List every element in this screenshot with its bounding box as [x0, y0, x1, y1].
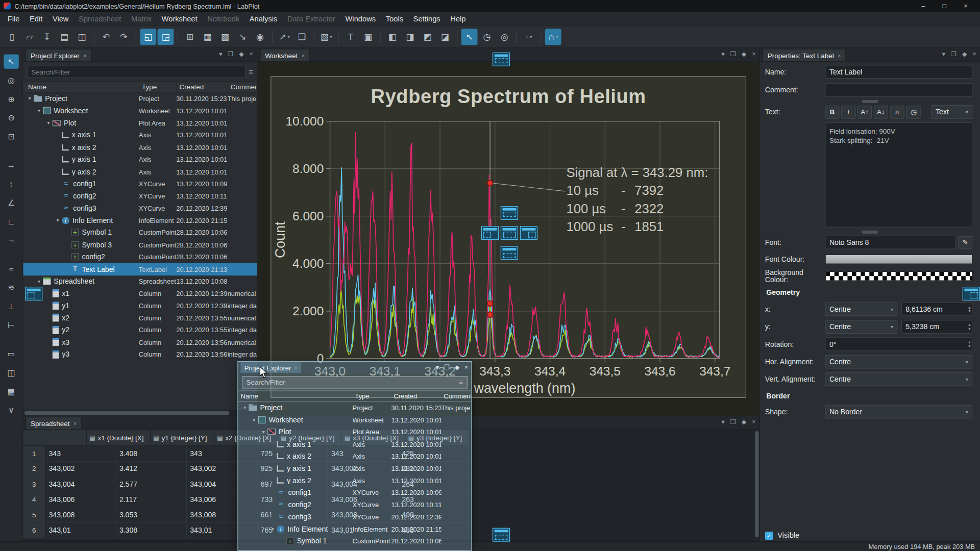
scrollbar-thumb[interactable]	[24, 411, 230, 415]
cell[interactable]: 3.053	[116, 508, 187, 522]
redo-button[interactable]: ↷	[116, 29, 132, 45]
tree-row-symbol-3[interactable]: Symbol 3CustomPoint28.12.2020 10:06	[23, 239, 257, 251]
x-offset-spinbox[interactable]: 8,61136 cm ▴▾	[901, 303, 973, 316]
cell[interactable]: 3.412	[116, 461, 187, 476]
search-input[interactable]	[27, 65, 246, 78]
tree-row-plot[interactable]: ▾PlotPlot Area13.12.2020 10:01	[238, 426, 472, 438]
pan-vertical-tool-button[interactable]: ↕	[4, 177, 18, 191]
dock-menu-icon[interactable]: ▾	[722, 51, 725, 57]
export-button[interactable]: ↗▾	[276, 29, 292, 45]
expander-icon[interactable]: ▾	[250, 417, 258, 422]
column-header-type[interactable]: Type	[139, 82, 176, 92]
cell[interactable]: 3.408	[116, 446, 187, 461]
filter-icon[interactable]: ≡	[249, 67, 253, 76]
tree-row-spreadsheet[interactable]: ▾SpreadsheetSpreadsheet13.12.2020 10:08	[23, 275, 257, 287]
grid-tool-button[interactable]: ▦	[4, 384, 18, 398]
spinner-arrows[interactable]: ▴▾	[968, 306, 970, 313]
crosshair-tool-button[interactable]: ◎	[496, 29, 512, 45]
tree-row-info-element[interactable]: ▾Info ElementInfoElement20.12.2020 21:15	[23, 214, 257, 227]
row-header[interactable]: 5	[23, 508, 45, 522]
tree-row-config3[interactable]: config3XYCurve20.12.2020 12:39	[23, 202, 257, 214]
new-matrix-button[interactable]: ▩	[217, 29, 233, 45]
crosshair-tool-button[interactable]: ◎	[4, 73, 18, 87]
spin-down-icon[interactable]: ▾	[968, 309, 970, 313]
dock-float-icon[interactable]: ❐	[444, 364, 450, 370]
dock-pin-icon[interactable]: ◆	[742, 418, 746, 425]
cell[interactable]: 343,004	[45, 477, 116, 492]
font-colour-swatch[interactable]	[825, 254, 972, 264]
new-project-button[interactable]: ▯	[4, 29, 20, 45]
axis-corner-tool-button[interactable]: ∟	[4, 214, 18, 229]
new-spreadsheet-button[interactable]: ▦	[200, 29, 216, 45]
spinner-arrows[interactable]: ▴▾	[968, 323, 970, 331]
expander-icon[interactable]: ▾	[26, 96, 34, 102]
tree-row-x2[interactable]: x2Column20.12.2020 13:55numerical	[23, 312, 257, 324]
hor-alignment-combo[interactable]: Centre▾	[825, 355, 972, 369]
save-project-button[interactable]: ↧	[39, 29, 55, 45]
row-header[interactable]: 1	[23, 446, 45, 461]
curves-tool-button[interactable]: ≋	[4, 281, 18, 295]
tree-row-config2[interactable]: config2XYCurve13.12.2020 10:11	[23, 190, 257, 202]
cell[interactable]: 2.577	[116, 477, 187, 492]
tree-row-x3[interactable]: x3Column20.12.2020 13:56numerical	[23, 336, 257, 348]
column-header-name[interactable]: Name	[23, 82, 139, 92]
menu-analysis[interactable]: Analysis	[244, 12, 282, 25]
color-theme-button[interactable]: ◉	[252, 29, 268, 45]
zoom-in-tool-button[interactable]: ⊕	[4, 92, 18, 106]
more-tools-button[interactable]: ∨	[4, 403, 18, 417]
menu-settings[interactable]: Settings	[408, 12, 446, 25]
spin-down-icon[interactable]: ▾	[968, 327, 970, 330]
print-preview-button[interactable]: ◫	[74, 29, 90, 45]
baseline-tool-button[interactable]: ⊢	[4, 318, 18, 332]
vertical-layout-button[interactable]: ◧	[384, 29, 401, 45]
datetime-button[interactable]: ◷	[906, 105, 921, 118]
tree-row-y-axis-2[interactable]: y axis 2Axis13.12.2020 10:01	[238, 474, 472, 487]
new-worksheet-button[interactable]: ⊞	[182, 29, 198, 45]
dock-menu-icon[interactable]: ▾	[219, 51, 222, 57]
x-position-combo[interactable]: Centre▾	[825, 303, 897, 316]
info-element-annotation[interactable]: Signal at λ = 343.29 nm: 10 µs-7392100 µ…	[566, 163, 708, 236]
italic-button[interactable]: I	[841, 105, 855, 118]
tree-row-y-axis-1[interactable]: y axis 1Axis13.12.2020 10:01	[23, 154, 257, 166]
zoom-fit-tool-button[interactable]: ⊡	[4, 129, 18, 143]
fit-selection-button[interactable]: ◲	[158, 29, 174, 45]
fit-page-button[interactable]: ◱	[140, 29, 156, 45]
close-icon[interactable]: ×	[302, 52, 305, 58]
dock-pin-icon[interactable]: ◆	[239, 51, 243, 57]
name-field[interactable]: Text Label	[825, 65, 972, 79]
menu-help[interactable]: Help	[445, 12, 471, 25]
visible-checkbox[interactable]	[765, 531, 773, 539]
dock-float-icon[interactable]: ❐	[730, 418, 736, 425]
zoom-out-tool-button[interactable]: ⊖	[4, 111, 18, 125]
rectangle-tool-button[interactable]: ▭	[4, 347, 18, 361]
tab-worksheet[interactable]: Worksheet ×	[260, 49, 310, 61]
tab-project-explorer[interactable]: Project Explorer ×	[240, 362, 301, 373]
window-tool-button[interactable]: ◫	[4, 365, 18, 380]
tab-project-explorer[interactable]: Project Explorer ×	[26, 49, 91, 61]
rotation-spinbox[interactable]: 0° ▴▾	[825, 337, 972, 351]
zoom-mode-button[interactable]: ▧▾	[318, 29, 334, 45]
menu-tools[interactable]: Tools	[381, 12, 408, 25]
dock-pin-icon[interactable]: ◆	[962, 51, 967, 57]
text-editor[interactable]: Field ionisation: 900V Stark splitting: …	[825, 122, 972, 228]
tree-row-x-axis-1[interactable]: x axis 1Axis13.12.2020 10:01	[23, 129, 257, 141]
dock-float-icon[interactable]: ❐	[951, 51, 957, 57]
border-shape-combo[interactable]: No Border▾	[825, 405, 972, 418]
splitter-grip[interactable]	[862, 100, 878, 103]
tree-row-x-axis-2[interactable]: x axis 2Axis13.12.2020 10:01	[238, 450, 472, 462]
curve-tool-button[interactable]: ≈	[4, 262, 18, 276]
cell[interactable]: 2.117	[116, 492, 187, 507]
row-header[interactable]: 4	[23, 492, 45, 507]
y-position-combo[interactable]: Centre▾	[825, 320, 897, 334]
tree-row-symbol-1[interactable]: Symbol 1CustomPoint28.12.2020 10:06	[23, 227, 257, 239]
clock-tool-button[interactable]: ◷	[479, 29, 495, 45]
dock-close-icon[interactable]: ×	[250, 51, 253, 57]
horizontal-layout-button[interactable]: ◨	[402, 29, 418, 45]
angle-tool-button[interactable]: ∠	[4, 195, 18, 210]
undo-button[interactable]: ↶	[98, 29, 114, 45]
menu-spreadsheet[interactable]: Spreadsheet	[74, 12, 126, 25]
column-header-y1[interactable]: ▤y1 {Integer} [Y]	[151, 430, 214, 445]
dock-close-icon[interactable]: ×	[752, 51, 755, 57]
horizontal-scrollbar[interactable]	[23, 410, 257, 416]
dock-pin-icon[interactable]: ◆	[742, 51, 746, 57]
